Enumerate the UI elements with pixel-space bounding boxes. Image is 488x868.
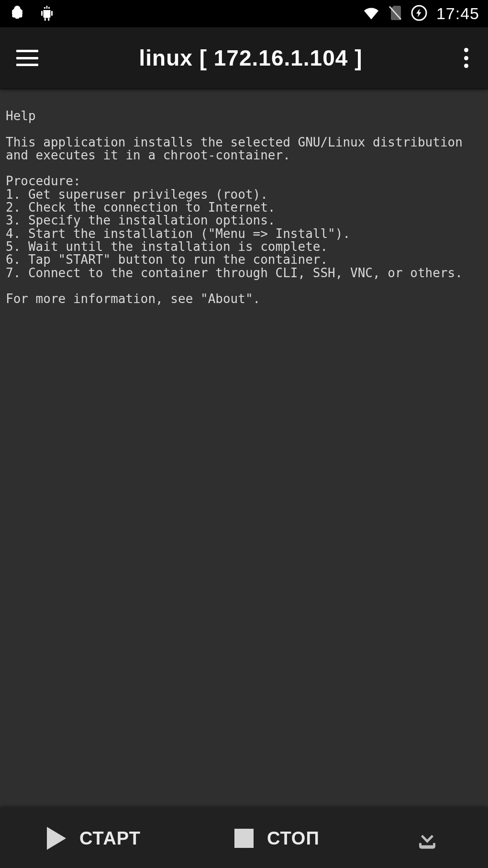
svg-rect-5: [44, 18, 46, 21]
wifi-icon: [363, 4, 380, 23]
status-time: 17:45: [436, 4, 479, 23]
svg-rect-3: [41, 11, 43, 16]
help-text: Help This application installs the selec…: [0, 90, 488, 808]
start-button[interactable]: СТАРТ: [47, 827, 141, 850]
download-icon: [413, 824, 441, 852]
bottom-bar: СТАРТ СТОП: [0, 808, 488, 868]
stop-label: СТОП: [267, 828, 320, 849]
stop-button[interactable]: СТОП: [234, 828, 320, 849]
app-bar: linux [ 172.16.1.104 ]: [0, 27, 488, 89]
more-options-icon[interactable]: [463, 47, 469, 69]
start-label: СТАРТ: [79, 828, 141, 849]
qq-notification-icon: [9, 4, 26, 23]
svg-rect-4: [51, 11, 53, 16]
svg-rect-6: [48, 18, 49, 21]
status-bar: 17:45: [0, 0, 488, 27]
app-title: linux [ 172.16.1.104 ]: [38, 45, 463, 71]
svg-point-1: [48, 7, 50, 9]
stop-icon: [234, 829, 254, 848]
hamburger-menu-icon[interactable]: [16, 47, 38, 69]
android-robot-icon: [38, 4, 55, 23]
power-circle-icon: [410, 4, 428, 23]
download-button[interactable]: [413, 824, 441, 852]
play-icon: [47, 827, 66, 850]
svg-point-0: [44, 7, 46, 9]
sim-disabled-icon: [387, 4, 404, 23]
svg-rect-2: [46, 6, 47, 9]
